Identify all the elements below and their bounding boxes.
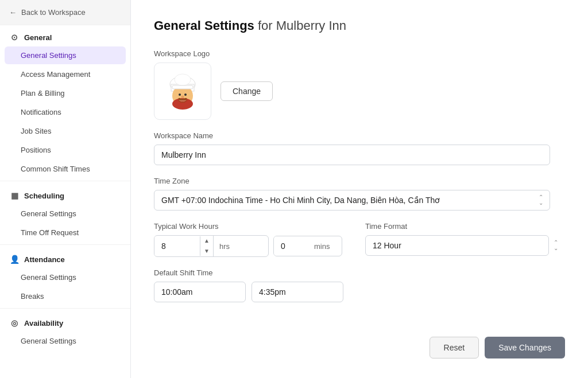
typical-work-hours-group: Typical Work Hours ▲ ▼ hrs mins — [154, 222, 342, 257]
hours-stepper: ▲ ▼ — [200, 236, 214, 256]
back-to-workspace[interactable]: ← Back to Workspace — [0, 0, 130, 25]
save-changes-button[interactable]: Save Changes — [485, 337, 565, 358]
hrs-unit-label: hrs — [214, 237, 235, 256]
sidebar-item-positions[interactable]: Positions — [5, 141, 126, 159]
scheduling-icon: ▦ — [9, 190, 20, 201]
hours-increment-button[interactable]: ▲ — [200, 236, 213, 246]
logo-container: Change — [154, 63, 565, 120]
time-zone-wrapper: GMT +07:00 Indochina Time - Ho Chi Minh … — [154, 190, 550, 211]
shift-time-row — [154, 282, 565, 302]
svg-point-8 — [181, 96, 184, 99]
page-title: General Settings for Mulberry Inn — [154, 18, 565, 33]
hours-input-wrapper: ▲ ▼ hrs — [154, 235, 269, 257]
attendance-icon: 👤 — [9, 254, 20, 264]
time-format-select-wrapper: 12 Hour24 Hour — [365, 235, 565, 256]
chef-logo-image — [160, 68, 206, 114]
workspace-logo-label: Workspace Logo — [154, 49, 565, 58]
section-availability: ◎ Availability — [0, 311, 130, 332]
work-mins-input[interactable] — [274, 236, 308, 256]
workspace-logo-section: Workspace Logo — [154, 49, 565, 120]
sidebar-item-job-sites[interactable]: Job Sites — [5, 122, 126, 140]
time-format-select[interactable]: 12 Hour24 Hour — [365, 235, 549, 256]
sidebar-item-time-off-request[interactable]: Time Off Request — [5, 224, 126, 241]
sidebar-item-common-shift-times[interactable]: Common Shift Times — [5, 160, 126, 178]
default-shift-time-section: Default Shift Time — [154, 268, 565, 302]
logo-box — [154, 63, 211, 120]
sidebar: ← Back to Workspace ⊙ General General Se… — [0, 0, 131, 378]
time-format-label: Time Format — [365, 222, 565, 231]
shift-start-input[interactable] — [154, 282, 246, 302]
sidebar-item-notifications[interactable]: Notifications — [5, 103, 126, 121]
general-icon: ⊙ — [9, 32, 20, 42]
svg-point-3 — [175, 74, 191, 85]
sidebar-item-breaks[interactable]: Breaks — [5, 287, 126, 305]
workspace-name-label: Workspace Name — [154, 131, 565, 140]
workspace-name-input[interactable] — [154, 145, 550, 165]
availability-icon: ◎ — [9, 318, 20, 328]
hours-decrement-button[interactable]: ▼ — [200, 246, 213, 256]
section-scheduling: ▦ Scheduling — [0, 184, 130, 204]
time-zone-section: Time Zone GMT +07:00 Indochina Time - Ho… — [154, 177, 565, 211]
default-shift-time-label: Default Shift Time — [154, 268, 565, 277]
section-scheduling-label: Scheduling — [24, 192, 64, 200]
back-arrow-icon: ← — [9, 8, 17, 17]
sidebar-item-general-settings[interactable]: General Settings — [5, 46, 126, 64]
svg-point-6 — [179, 93, 181, 96]
section-attendance-label: Attendance — [24, 255, 65, 264]
svg-rect-4 — [172, 85, 193, 89]
section-availability-label: Availability — [24, 319, 63, 328]
time-format-group: Time Format 12 Hour24 Hour — [365, 222, 565, 256]
back-label: Back to Workspace — [21, 8, 86, 17]
time-zone-select[interactable]: GMT +07:00 Indochina Time - Ho Chi Minh … — [154, 190, 550, 211]
workspace-name-section: Workspace Name — [154, 131, 565, 165]
sidebar-item-access-management[interactable]: Access Management — [5, 65, 126, 83]
footer-buttons: Reset Save Changes — [154, 325, 565, 358]
hours-mins-container: ▲ ▼ hrs mins — [154, 235, 342, 257]
mins-unit-label: mins — [308, 237, 335, 256]
work-hours-row: Typical Work Hours ▲ ▼ hrs mins Time For… — [154, 222, 565, 257]
section-general: ⊙ General — [0, 25, 130, 46]
change-logo-button[interactable]: Change — [220, 81, 273, 101]
mins-input-wrapper: mins — [273, 236, 342, 256]
sidebar-item-availability-general[interactable]: General Settings — [5, 332, 126, 350]
section-general-label: General — [24, 33, 52, 42]
section-attendance: 👤 Attendance — [0, 247, 130, 268]
work-hours-input[interactable] — [154, 236, 200, 256]
time-zone-label: Time Zone — [154, 177, 565, 185]
sidebar-item-scheduling-general[interactable]: General Settings — [5, 205, 126, 223]
sidebar-item-attendance-general[interactable]: General Settings — [5, 268, 126, 286]
shift-end-input[interactable] — [252, 282, 343, 302]
reset-button[interactable]: Reset — [430, 337, 479, 358]
main-content: General Settings for Mulberry Inn Worksp… — [131, 0, 588, 378]
sidebar-item-plan-billing[interactable]: Plan & Billing — [5, 84, 126, 102]
svg-point-7 — [184, 93, 187, 96]
typical-work-hours-label: Typical Work Hours — [154, 222, 342, 231]
